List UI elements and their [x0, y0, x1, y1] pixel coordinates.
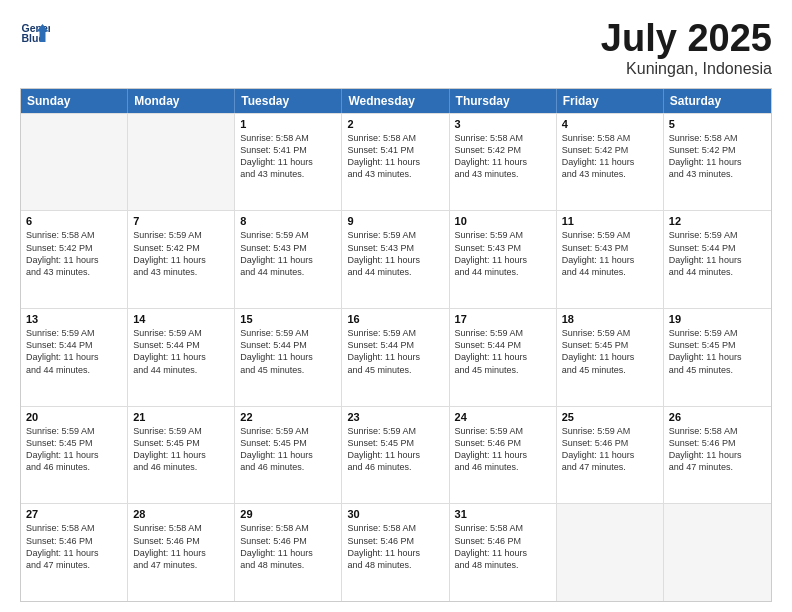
cell-line: Sunrise: 5:59 AM	[240, 425, 336, 437]
cell-line: Sunrise: 5:59 AM	[562, 425, 658, 437]
cell-line: Sunset: 5:46 PM	[133, 535, 229, 547]
page: General Blue July 2025 Kuningan, Indones…	[0, 0, 792, 612]
cell-line: Sunrise: 5:59 AM	[347, 425, 443, 437]
cell-line: Sunset: 5:45 PM	[133, 437, 229, 449]
calendar-cell: 14Sunrise: 5:59 AMSunset: 5:44 PMDayligh…	[128, 309, 235, 406]
day-number: 25	[562, 411, 658, 423]
cell-line: Sunset: 5:45 PM	[347, 437, 443, 449]
cell-line: Sunset: 5:45 PM	[240, 437, 336, 449]
calendar-cell: 3Sunrise: 5:58 AMSunset: 5:42 PMDaylight…	[450, 114, 557, 211]
cell-line: Sunrise: 5:59 AM	[133, 425, 229, 437]
cell-line: Sunrise: 5:59 AM	[455, 327, 551, 339]
cell-line: Sunset: 5:41 PM	[240, 144, 336, 156]
cell-line: and 46 minutes.	[347, 461, 443, 473]
calendar-cell: 10Sunrise: 5:59 AMSunset: 5:43 PMDayligh…	[450, 211, 557, 308]
day-number: 11	[562, 215, 658, 227]
cell-line: Sunrise: 5:58 AM	[26, 522, 122, 534]
calendar-cell: 26Sunrise: 5:58 AMSunset: 5:46 PMDayligh…	[664, 407, 771, 504]
calendar-cell: 17Sunrise: 5:59 AMSunset: 5:44 PMDayligh…	[450, 309, 557, 406]
calendar-cell: 1Sunrise: 5:58 AMSunset: 5:41 PMDaylight…	[235, 114, 342, 211]
cell-line: Daylight: 11 hours	[26, 351, 122, 363]
cell-line: and 44 minutes.	[133, 364, 229, 376]
cell-line: Daylight: 11 hours	[455, 547, 551, 559]
cell-line: Daylight: 11 hours	[455, 351, 551, 363]
cell-line: Sunrise: 5:59 AM	[240, 229, 336, 241]
calendar-row: 13Sunrise: 5:59 AMSunset: 5:44 PMDayligh…	[21, 308, 771, 406]
cell-line: Sunrise: 5:58 AM	[562, 132, 658, 144]
cell-line: and 43 minutes.	[347, 168, 443, 180]
cell-line: and 43 minutes.	[240, 168, 336, 180]
cell-line: Sunrise: 5:58 AM	[669, 132, 766, 144]
day-number: 9	[347, 215, 443, 227]
cell-line: Sunrise: 5:59 AM	[347, 229, 443, 241]
cell-line: Daylight: 11 hours	[240, 449, 336, 461]
cell-line: Sunset: 5:46 PM	[240, 535, 336, 547]
cell-line: Sunset: 5:44 PM	[455, 339, 551, 351]
cell-line: Sunset: 5:46 PM	[455, 437, 551, 449]
cell-line: and 45 minutes.	[347, 364, 443, 376]
weekday-header: Wednesday	[342, 89, 449, 113]
cell-line: and 47 minutes.	[26, 559, 122, 571]
day-number: 23	[347, 411, 443, 423]
cell-line: and 47 minutes.	[669, 461, 766, 473]
cell-line: Sunrise: 5:58 AM	[347, 522, 443, 534]
day-number: 4	[562, 118, 658, 130]
cell-line: Sunrise: 5:58 AM	[240, 522, 336, 534]
cell-line: Sunset: 5:46 PM	[455, 535, 551, 547]
cell-line: Daylight: 11 hours	[347, 351, 443, 363]
cell-line: Daylight: 11 hours	[562, 351, 658, 363]
cell-line: Sunset: 5:42 PM	[669, 144, 766, 156]
day-number: 13	[26, 313, 122, 325]
cell-line: Sunrise: 5:58 AM	[133, 522, 229, 534]
cell-line: Sunset: 5:43 PM	[347, 242, 443, 254]
day-number: 14	[133, 313, 229, 325]
cell-line: Sunset: 5:46 PM	[347, 535, 443, 547]
cell-line: and 44 minutes.	[26, 364, 122, 376]
cell-line: and 45 minutes.	[562, 364, 658, 376]
cell-line: Daylight: 11 hours	[26, 254, 122, 266]
cell-line: and 44 minutes.	[455, 266, 551, 278]
calendar-cell: 28Sunrise: 5:58 AMSunset: 5:46 PMDayligh…	[128, 504, 235, 601]
calendar-cell	[21, 114, 128, 211]
cell-line: and 44 minutes.	[669, 266, 766, 278]
cell-line: Sunrise: 5:58 AM	[347, 132, 443, 144]
calendar-cell: 16Sunrise: 5:59 AMSunset: 5:44 PMDayligh…	[342, 309, 449, 406]
cell-line: Daylight: 11 hours	[133, 254, 229, 266]
cell-line: Daylight: 11 hours	[240, 351, 336, 363]
cell-line: Sunset: 5:42 PM	[26, 242, 122, 254]
calendar-cell: 20Sunrise: 5:59 AMSunset: 5:45 PMDayligh…	[21, 407, 128, 504]
cell-line: and 48 minutes.	[347, 559, 443, 571]
cell-line: Sunrise: 5:59 AM	[133, 229, 229, 241]
calendar-cell: 2Sunrise: 5:58 AMSunset: 5:41 PMDaylight…	[342, 114, 449, 211]
day-number: 18	[562, 313, 658, 325]
calendar-row: 20Sunrise: 5:59 AMSunset: 5:45 PMDayligh…	[21, 406, 771, 504]
cell-line: and 44 minutes.	[240, 266, 336, 278]
calendar-cell	[128, 114, 235, 211]
cell-line: Daylight: 11 hours	[240, 547, 336, 559]
cell-line: Daylight: 11 hours	[455, 254, 551, 266]
cell-line: Sunrise: 5:58 AM	[669, 425, 766, 437]
day-number: 27	[26, 508, 122, 520]
cell-line: Daylight: 11 hours	[669, 351, 766, 363]
cell-line: Sunset: 5:42 PM	[133, 242, 229, 254]
calendar-cell: 5Sunrise: 5:58 AMSunset: 5:42 PMDaylight…	[664, 114, 771, 211]
weekday-header: Monday	[128, 89, 235, 113]
cell-line: Daylight: 11 hours	[26, 547, 122, 559]
cell-line: Sunrise: 5:58 AM	[455, 522, 551, 534]
cell-line: Sunset: 5:44 PM	[26, 339, 122, 351]
cell-line: Daylight: 11 hours	[347, 449, 443, 461]
calendar-cell: 11Sunrise: 5:59 AMSunset: 5:43 PMDayligh…	[557, 211, 664, 308]
cell-line: and 43 minutes.	[133, 266, 229, 278]
cell-line: and 46 minutes.	[240, 461, 336, 473]
cell-line: Sunrise: 5:59 AM	[669, 327, 766, 339]
calendar-cell: 24Sunrise: 5:59 AMSunset: 5:46 PMDayligh…	[450, 407, 557, 504]
cell-line: Daylight: 11 hours	[455, 156, 551, 168]
cell-line: Daylight: 11 hours	[26, 449, 122, 461]
title-block: July 2025 Kuningan, Indonesia	[601, 18, 772, 78]
cell-line: Daylight: 11 hours	[133, 449, 229, 461]
cell-line: Daylight: 11 hours	[669, 449, 766, 461]
calendar-cell: 12Sunrise: 5:59 AMSunset: 5:44 PMDayligh…	[664, 211, 771, 308]
cell-line: Sunset: 5:45 PM	[562, 339, 658, 351]
day-number: 17	[455, 313, 551, 325]
cell-line: Daylight: 11 hours	[669, 156, 766, 168]
